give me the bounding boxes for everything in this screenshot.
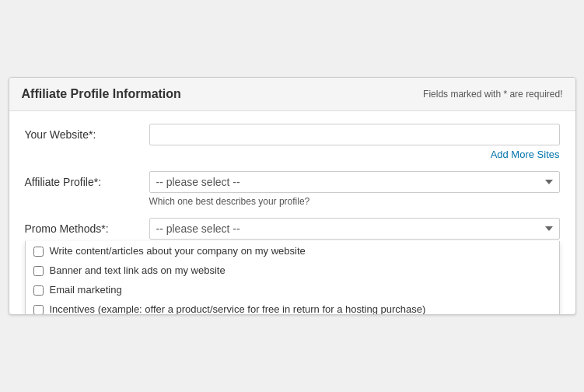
promo-option-opt1[interactable]: Write content/articles about your compan… — [26, 241, 559, 261]
add-more-sites-link[interactable]: Add More Sites — [149, 149, 560, 160]
card-title: Affiliate Profile Information — [22, 87, 181, 101]
promo-label-opt2: Banner and text link ads on my website — [50, 264, 226, 276]
affiliate-profile-field-container: -- please select -- Which one best descr… — [149, 171, 560, 207]
promo-methods-label: Promo Methods*: — [25, 218, 149, 235]
website-input[interactable] — [149, 124, 560, 145]
website-field-container: Add More Sites — [149, 124, 560, 160]
promo-methods-select[interactable]: -- please select -- — [149, 218, 560, 240]
promo-checkbox-opt3[interactable] — [33, 285, 44, 296]
promo-methods-field-container: -- please select -- Write content/articl… — [149, 218, 560, 240]
affiliate-profile-row: Affiliate Profile*: -- please select -- … — [25, 171, 560, 207]
card-body: Your Website*: Add More Sites Affiliate … — [9, 111, 575, 314]
website-label: Your Website*: — [25, 124, 149, 141]
promo-option-opt4[interactable]: Incentives (example: offer a product/ser… — [26, 299, 559, 315]
promo-label-opt4: Incentives (example: offer a product/ser… — [50, 303, 426, 315]
affiliate-profile-label: Affiliate Profile*: — [25, 171, 149, 188]
promo-checkbox-opt2[interactable] — [33, 266, 44, 276]
affiliate-profile-card: Affiliate Profile Information Fields mar… — [9, 77, 576, 315]
required-note: Fields marked with * are required! — [423, 89, 562, 100]
card-header: Affiliate Profile Information Fields mar… — [9, 78, 575, 111]
promo-option-opt3[interactable]: Email marketing — [26, 280, 559, 299]
promo-label-opt1: Write content/articles about your compan… — [50, 245, 306, 257]
promo-option-opt2[interactable]: Banner and text link ads on my website — [26, 261, 559, 280]
promo-checkbox-opt1[interactable] — [33, 247, 44, 257]
promo-methods-dropdown: Write content/articles about your compan… — [25, 241, 560, 315]
promo-label-opt3: Email marketing — [50, 284, 122, 296]
affiliate-profile-select[interactable]: -- please select -- — [149, 171, 560, 193]
affiliate-profile-hint: Which one best describes your profile? — [149, 196, 560, 207]
website-row: Your Website*: Add More Sites — [25, 124, 560, 160]
promo-checkbox-opt4[interactable] — [33, 305, 44, 315]
promo-methods-row: Promo Methods*: -- please select -- Writ… — [25, 218, 560, 240]
